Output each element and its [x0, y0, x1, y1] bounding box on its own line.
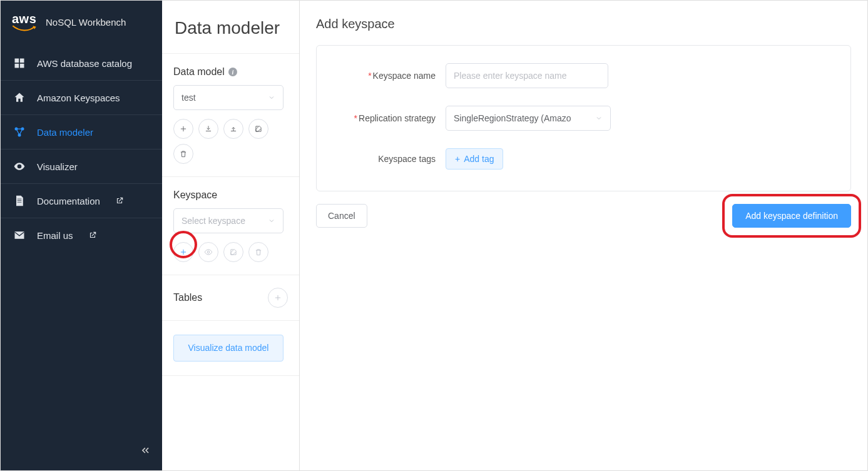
plus-icon — [455, 154, 460, 164]
visualize-data-model-button[interactable]: Visualize data model — [173, 335, 283, 362]
modeler-icon — [13, 126, 26, 138]
sidebar-header: aws NoSQL Workbench — [1, 1, 162, 46]
nav-item-label: Amazon Keyspaces — [37, 93, 120, 103]
add-keyspace-definition-button[interactable]: Add keyspace definition — [732, 204, 851, 228]
svg-rect-2 — [15, 64, 19, 68]
nav-item-email-us[interactable]: Email us — [1, 218, 162, 252]
plus-icon — [179, 248, 188, 256]
add-tag-button[interactable]: Add tag — [446, 148, 503, 170]
eye-icon — [204, 248, 213, 256]
nav-list: AWS database catalog Amazon Keyspaces Da… — [1, 46, 162, 252]
aws-logo-text: aws — [12, 12, 36, 26]
replication-strategy-select[interactable]: SingleRegionStrategy (Amazo — [446, 106, 611, 131]
download-icon — [204, 124, 213, 133]
add-tag-label: Add tag — [464, 154, 494, 164]
svg-rect-3 — [20, 64, 24, 68]
external-link-icon — [115, 196, 124, 205]
data-model-selected: test — [181, 93, 196, 103]
nav-item-label: Visualizer — [37, 161, 78, 172]
catalog-icon — [13, 58, 26, 69]
nav-item-label: AWS database catalog — [37, 58, 132, 69]
keyspace-add-button[interactable] — [173, 242, 193, 262]
nav-item-label: Data modeler — [37, 127, 93, 138]
chevron-down-icon — [268, 217, 275, 225]
replication-strategy-value: SingleRegionStrategy (Amazo — [454, 113, 571, 123]
keyspace-select[interactable]: Select keyspace — [173, 208, 283, 233]
keyspace-heading: Keyspace — [173, 190, 217, 201]
secondary-panel: Data modeler Data model i test Keyspace … — [162, 1, 300, 470]
app-name: NoSQL Workbench — [46, 17, 126, 28]
cancel-button[interactable]: Cancel — [316, 204, 367, 228]
tables-heading: Tables — [173, 292, 202, 303]
plus-icon — [273, 293, 282, 302]
plus-icon — [179, 124, 188, 133]
keyspace-edit-button — [223, 242, 243, 262]
add-keyspace-form: *Keyspace name *Replication strategy Sin… — [316, 45, 851, 191]
data-model-export-button[interactable] — [223, 119, 243, 139]
nav-item-visualizer[interactable]: Visualizer — [1, 149, 162, 183]
nav-item-aws-database-catalog[interactable]: AWS database catalog — [1, 46, 162, 80]
nav-item-documentation[interactable]: Documentation — [1, 183, 162, 218]
data-model-select[interactable]: test — [173, 85, 283, 110]
panel-title: Data modeler — [162, 1, 299, 54]
keyspace-name-input[interactable] — [446, 63, 608, 88]
external-link-icon — [88, 231, 97, 240]
aws-logo: aws — [12, 12, 37, 33]
doc-icon — [13, 195, 26, 206]
data-model-section: Data model i test — [162, 54, 299, 177]
collapse-sidebar-button[interactable] — [140, 445, 151, 459]
svg-point-6 — [18, 134, 21, 137]
keyspace-placeholder: Select keyspace — [181, 216, 245, 226]
data-model-delete-button[interactable] — [173, 144, 193, 164]
upload-icon — [229, 124, 238, 133]
keyspace-view-button — [198, 242, 218, 262]
svg-rect-0 — [15, 59, 19, 63]
nav-item-label: Documentation — [37, 196, 100, 206]
svg-rect-1 — [20, 59, 24, 63]
svg-point-7 — [207, 251, 210, 253]
tables-section: Tables — [162, 275, 299, 321]
tables-add-button — [268, 288, 288, 308]
chevrons-left-icon — [140, 445, 151, 456]
visualize-section: Visualize data model — [162, 321, 299, 376]
edit-icon — [229, 248, 238, 256]
nav-item-amazon-keyspaces[interactable]: Amazon Keyspaces — [1, 80, 162, 114]
keyspace-tags-label: Keyspace tags — [378, 154, 436, 164]
chevron-down-icon — [595, 114, 603, 122]
keyspace-name-label: Keyspace name — [373, 71, 436, 81]
edit-external-icon — [254, 124, 263, 133]
replication-strategy-label: Replication strategy — [359, 113, 436, 123]
keyspace-section: Keyspace Select keyspace — [162, 177, 299, 275]
eye-icon — [13, 161, 26, 172]
nav-item-data-modeler[interactable]: Data modeler — [1, 114, 162, 149]
mail-icon — [13, 230, 26, 241]
info-icon[interactable]: i — [228, 68, 237, 76]
data-model-edit-button[interactable] — [248, 119, 268, 139]
data-model-import-button[interactable] — [198, 119, 218, 139]
main-content: Add keyspace *Keyspace name *Replication… — [300, 1, 867, 470]
home-icon — [13, 92, 26, 103]
keyspace-delete-button — [248, 242, 268, 262]
trash-icon — [254, 248, 263, 256]
trash-icon — [179, 149, 188, 158]
chevron-down-icon — [268, 94, 275, 101]
sidebar: aws NoSQL Workbench AWS database catalog… — [1, 1, 162, 470]
page-title: Add keyspace — [316, 17, 851, 31]
data-model-add-button[interactable] — [173, 119, 193, 139]
nav-item-label: Email us — [37, 230, 73, 241]
data-model-heading: Data model — [173, 66, 225, 78]
